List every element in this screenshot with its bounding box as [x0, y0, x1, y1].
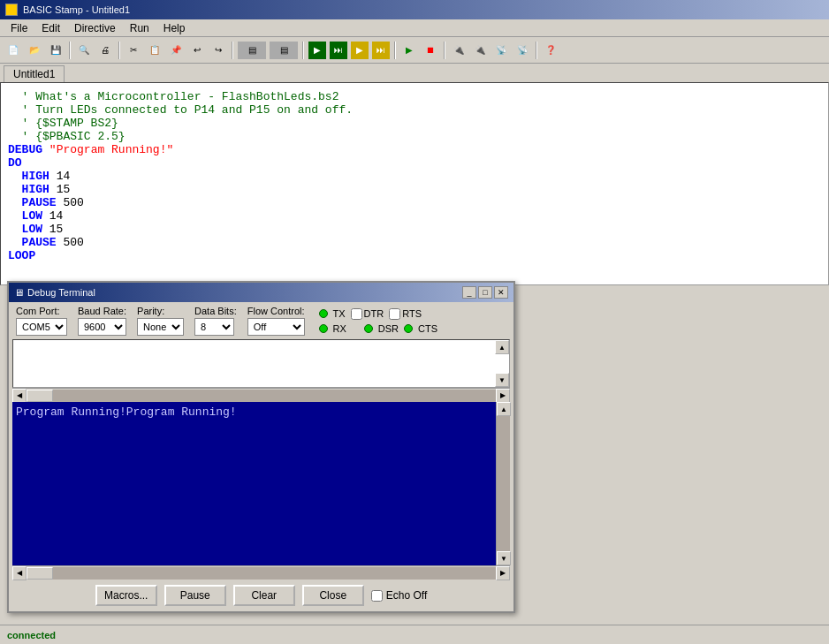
- baud-rate-group: Baud Rate: 9600: [78, 306, 126, 336]
- parity-label: Parity:: [137, 306, 184, 316]
- open-button[interactable]: 📂: [25, 41, 44, 60]
- copy-button[interactable]: 📋: [145, 41, 164, 60]
- baud-rate-select[interactable]: 9600: [78, 318, 126, 336]
- input-hscroll-right[interactable]: ▶: [496, 389, 510, 403]
- app-icon: [5, 4, 18, 16]
- find-button[interactable]: 🔍: [74, 41, 94, 60]
- menu-edit[interactable]: Edit: [34, 20, 67, 36]
- code-line-13: LOOP: [8, 249, 821, 262]
- output-scroll-down[interactable]: ▼: [497, 551, 511, 565]
- parity-select[interactable]: None: [137, 318, 184, 336]
- rx-dsr-row: RX DSR CTS: [319, 323, 438, 334]
- input-hscroll-track[interactable]: [27, 390, 496, 402]
- com-port-select[interactable]: COM5: [16, 318, 67, 336]
- cts-label: CTS: [418, 323, 437, 334]
- output-hscroll-thumb[interactable]: [27, 567, 53, 580]
- cut-button[interactable]: ✂: [124, 41, 143, 60]
- print-button[interactable]: 🖨: [95, 41, 115, 60]
- undo-button[interactable]: ↩: [187, 41, 207, 60]
- toolbar-sep-6: [444, 42, 445, 59]
- rts-checkbox[interactable]: [389, 308, 400, 320]
- status-bar: connected: [0, 625, 829, 644]
- macros-button[interactable]: Macros...: [95, 585, 157, 606]
- toolbar-yellow-1[interactable]: ▶: [350, 41, 369, 60]
- code-line-10: LOW 14: [8, 209, 821, 223]
- menu-file[interactable]: File: [4, 20, 34, 36]
- tab-untitled1[interactable]: Untitled1: [4, 65, 65, 82]
- menu-directive[interactable]: Directive: [67, 20, 123, 36]
- code-line-6: DO: [8, 156, 821, 170]
- clear-button[interactable]: Clear: [233, 585, 295, 606]
- code-line-5: DEBUG "Program Running!": [8, 143, 821, 156]
- new-button[interactable]: 📄: [4, 41, 23, 60]
- toolbar-sep-1: [69, 42, 71, 59]
- id3-button[interactable]: 📡: [491, 41, 511, 60]
- paste-button[interactable]: 📌: [166, 41, 186, 60]
- menu-help[interactable]: Help: [156, 20, 193, 36]
- close-button[interactable]: Close: [302, 585, 364, 606]
- toolbar-btn-6[interactable]: ▤: [269, 41, 299, 60]
- output-hscroll-track[interactable]: [27, 567, 496, 580]
- input-scroll-down[interactable]: ▼: [495, 373, 509, 387]
- run-button[interactable]: ▶: [399, 41, 419, 60]
- input-hscroll-thumb[interactable]: [27, 390, 53, 402]
- help-button[interactable]: ❓: [541, 41, 560, 60]
- code-line-2: ' Turn LEDs connected to P14 and P15 on …: [8, 103, 821, 117]
- close-window-button[interactable]: ✕: [494, 286, 508, 299]
- code-editor[interactable]: ' What's a Microcontroller - FlashBothLe…: [0, 82, 829, 285]
- redo-button[interactable]: ↪: [209, 41, 228, 60]
- output-area: Program Running!Program Running!: [12, 402, 499, 565]
- output-scroll-up[interactable]: ▲: [497, 402, 511, 416]
- stop-button[interactable]: ⏹: [421, 41, 440, 60]
- input-area[interactable]: ▲ ▼: [12, 339, 510, 388]
- code-line-8: HIGH 15: [8, 183, 821, 196]
- code-line-4: ' {$PBASIC 2.5}: [8, 130, 821, 143]
- com-port-group: Com Port: COM5: [16, 306, 67, 336]
- minimize-button[interactable]: _: [462, 286, 476, 299]
- data-bits-select[interactable]: 8: [194, 318, 234, 336]
- output-hscroll-left[interactable]: ◀: [12, 566, 27, 580]
- echo-off-checkbox[interactable]: [371, 590, 383, 602]
- dtr-label: DTR: [364, 308, 384, 319]
- rx-label: RX: [333, 323, 346, 334]
- flow-control-select[interactable]: Off: [247, 318, 305, 336]
- id4-button[interactable]: 📡: [513, 41, 532, 60]
- input-hscroll-left[interactable]: ◀: [12, 389, 27, 403]
- echo-off-label: Echo Off: [386, 589, 427, 602]
- toolbar-yellow-2[interactable]: ⏭: [371, 41, 391, 60]
- menu-bar: File Edit Directive Run Help: [0, 19, 829, 37]
- output-hscroll-right[interactable]: ▶: [496, 566, 510, 580]
- menu-run[interactable]: Run: [123, 20, 156, 36]
- toolbar-sep-5: [394, 42, 396, 59]
- toolbar-green-1[interactable]: ▶: [308, 41, 327, 60]
- baud-rate-label: Baud Rate:: [78, 306, 126, 316]
- id1-button[interactable]: 🔌: [449, 41, 468, 60]
- save-button[interactable]: 💾: [46, 41, 65, 60]
- com-port-label: Com Port:: [16, 306, 67, 316]
- output-vscroll[interactable]: ▲ ▼: [496, 402, 510, 565]
- maximize-button[interactable]: □: [478, 286, 492, 299]
- debug-title-text: Debug Terminal: [27, 287, 95, 298]
- tx-label: TX: [333, 308, 346, 319]
- title-bar: BASIC Stamp - Untitled1: [0, 0, 829, 19]
- input-scroll-up[interactable]: ▲: [495, 340, 509, 354]
- toolbar-green-2[interactable]: ⏭: [329, 41, 348, 60]
- output-scroll-track[interactable]: [497, 416, 510, 551]
- debug-icon: 🖥: [14, 287, 24, 298]
- code-line-1: ' What's a Microcontroller - FlashBothLe…: [8, 90, 821, 103]
- debug-title-left: 🖥 Debug Terminal: [14, 287, 95, 298]
- echo-off-group: Echo Off: [371, 589, 427, 602]
- tab-bar: Untitled1: [0, 64, 829, 82]
- cts-led: [404, 324, 413, 333]
- output-hscroll[interactable]: ◀ ▶: [12, 565, 510, 580]
- toolbar-btn-5[interactable]: ▤: [237, 41, 267, 60]
- status-connected: connected: [7, 630, 56, 640]
- input-hscroll[interactable]: ◀ ▶: [12, 388, 510, 402]
- debug-terminal: 🖥 Debug Terminal _ □ ✕ Com Port: COM5 Ba…: [7, 281, 515, 613]
- output-container: Program Running!Program Running! ▲ ▼: [9, 402, 513, 565]
- pause-button[interactable]: Pause: [164, 585, 226, 606]
- dtr-checkbox[interactable]: [351, 308, 362, 320]
- toolbar: 📄 📂 💾 🔍 🖨 ✂ 📋 📌 ↩ ↪ ▤ ▤ ▶ ⏭ ▶ ⏭ ▶ ⏹ 🔌 🔌 …: [0, 37, 829, 64]
- id2-button[interactable]: 🔌: [470, 41, 490, 60]
- dsr-led: [364, 324, 373, 333]
